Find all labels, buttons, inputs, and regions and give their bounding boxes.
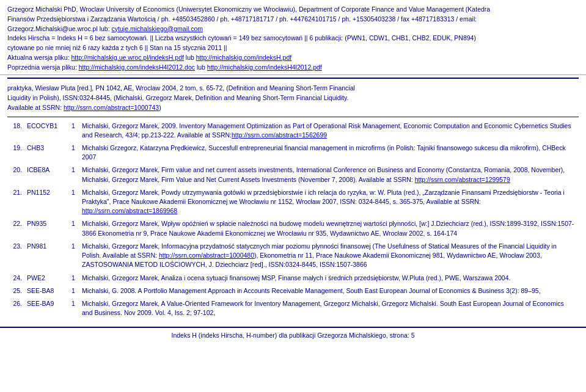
row-description: Michalski, Grzegorz Marek, Analiza i oce… xyxy=(79,272,579,285)
header-line3-pre: Grzegorz.Michalski@ue.wroc.pl lub: xyxy=(7,25,112,32)
footer-text: Indeks H (indeks Hirscha, H-number) dla … xyxy=(172,332,415,339)
row-link[interactable]: http://ssrn.com/abstract=1299579 xyxy=(415,176,510,183)
row-link[interactable]: http://ssrn.com/abstract=1000480 xyxy=(159,252,254,259)
footer-section: Indeks H (indeks Hirscha, H-number) dla … xyxy=(0,327,586,343)
intro-line1: praktyka, Wiesław Pluta [red.], PN 1042,… xyxy=(7,84,355,92)
header-prev-link2[interactable]: http://michalskig.com/indeksH4l2012.pdf xyxy=(207,64,322,71)
header-current-link2[interactable]: http://michalskig.com/indeksH.pdf xyxy=(196,54,291,61)
row-count: 1 xyxy=(67,164,79,186)
table-row: 20.ICBE8A1Michalski, Grzegorz Marek, Fir… xyxy=(7,164,579,186)
intro-block: praktyka, Wiesław Pluta [red.], PN 1042,… xyxy=(7,84,579,112)
header-email-link[interactable]: cytuje.michalskiego@gmail.com xyxy=(112,25,203,32)
intro-line3-suf: ) xyxy=(159,104,161,111)
intro-line3-pre: Available at SSRN: xyxy=(7,104,64,111)
row-description: Michalski, Grzegorz Marek, A Value-Orien… xyxy=(79,297,579,319)
row-number: 21. xyxy=(7,186,24,218)
row-count: 1 xyxy=(67,186,79,218)
row-count: 1 xyxy=(67,240,79,272)
header-line6-mid: lub xyxy=(184,54,196,61)
header-line6: Aktualna wersja pliku: http://michalskig… xyxy=(7,53,579,63)
row-code: PN935 xyxy=(24,217,67,239)
header-current-link1[interactable]: http://michalskig.ue.wroc.pl/indeksH.pdf xyxy=(71,54,183,61)
header-line3: Grzegorz.Michalski@ue.wroc.pl lub: cytuj… xyxy=(7,24,579,34)
row-code: PWE2 xyxy=(24,272,67,285)
header-line7: Poprzednia wersja pliku: http://michalsk… xyxy=(7,63,579,73)
row-count: 1 xyxy=(67,285,79,297)
header-line7-mid: lub xyxy=(195,64,207,71)
table-row: 19.CHB31Michalski Grzegorz, Katarzyna Pr… xyxy=(7,142,579,164)
header-line1: Grzegorz Michalski PhD, Wroclaw Universi… xyxy=(7,5,579,15)
intro-line2: Liquidity in Polish), ISSN:0324-8445, (M… xyxy=(7,94,348,101)
content-separator xyxy=(7,117,579,117)
header-section: Grzegorz Michalski PhD, Wroclaw Universi… xyxy=(0,0,586,75)
row-link[interactable]: http://ssrn.com/abstract=1869968 xyxy=(82,207,177,214)
row-code: SEE-BA9 xyxy=(24,297,67,319)
row-code: ICBE8A xyxy=(24,164,67,186)
row-description: Michalski, Grzegorz Marek, Informacyjna … xyxy=(79,240,579,272)
row-code: PN1152 xyxy=(24,186,67,218)
row-link[interactable]: http://ssrn.com/abstract=1562699 xyxy=(232,131,327,139)
header-line5: cytowane po nie mniej niż 6 razy każda z… xyxy=(7,43,579,53)
row-number: 22. xyxy=(7,217,24,239)
row-number: 23. xyxy=(7,240,24,272)
table-row: 25.SEE-BA81Michalski, G. 2008. A Portfol… xyxy=(7,285,579,297)
row-count: 1 xyxy=(67,272,79,285)
header-separator xyxy=(7,78,579,79)
main-content: praktyka, Wiesław Pluta [red.], PN 1042,… xyxy=(0,81,586,322)
row-number: 19. xyxy=(7,142,24,164)
row-code: SEE-BA8 xyxy=(24,285,67,297)
row-description: Michalski, Grzegorz Marek, Wpływ opóźnie… xyxy=(79,217,579,239)
header-line6-pre: Aktualna wersja pliku: xyxy=(7,54,71,61)
row-description: Michalski, Grzegorz Marek, Firm value an… xyxy=(79,164,579,186)
row-code: CHB3 xyxy=(24,142,67,164)
header-line7-pre: Poprzednia wersja pliku: xyxy=(7,64,79,71)
table-row: 21.PN11521Michalski, Grzegorz Marek, Pow… xyxy=(7,186,579,218)
row-number: 24. xyxy=(7,272,24,285)
row-description: Michalski, Grzegorz Marek, Powdy utrzymy… xyxy=(79,186,579,218)
header-line4: Indeks Hirscha = Indeks H = 6 bez samocy… xyxy=(7,34,579,43)
row-count: 1 xyxy=(67,297,79,319)
publications-table: 18.ECOCYB11Michalski, Grzegorz Marek, 20… xyxy=(7,120,579,320)
table-row: 22.PN9351Michalski, Grzegorz Marek, Wpły… xyxy=(7,217,579,239)
row-number: 20. xyxy=(7,164,24,186)
table-row: 23.PN9811Michalski, Grzegorz Marek, Info… xyxy=(7,240,579,272)
row-count: 1 xyxy=(67,217,79,239)
row-description: Michalski, Grzegorz Marek, 2009. Invento… xyxy=(79,120,579,142)
row-description: Michalski Grzegorz, Katarzyna Prędkiewic… xyxy=(79,142,579,164)
row-code: ECOCYB1 xyxy=(24,120,67,142)
row-description: Michalski, G. 2008. A Portfolio Manageme… xyxy=(79,285,579,297)
row-code: PN981 xyxy=(24,240,67,272)
header-line2: Finansów Przedsiębiorstwa i Zarządzania … xyxy=(7,15,579,24)
intro-ssrn-link[interactable]: http://ssrn.com/abstract=1000743 xyxy=(64,104,159,111)
row-number: 26. xyxy=(7,297,24,319)
row-number: 25. xyxy=(7,285,24,297)
header-prev-link1[interactable]: http://michalskig.com/indeksH4l2012.doc xyxy=(79,64,195,71)
row-count: 1 xyxy=(67,120,79,142)
table-row: 24.PWE21Michalski, Grzegorz Marek, Anali… xyxy=(7,272,579,285)
row-number: 18. xyxy=(7,120,24,142)
table-row: 26.SEE-BA91Michalski, Grzegorz Marek, A … xyxy=(7,297,579,319)
row-count: 1 xyxy=(67,142,79,164)
table-row: 18.ECOCYB11Michalski, Grzegorz Marek, 20… xyxy=(7,120,579,142)
